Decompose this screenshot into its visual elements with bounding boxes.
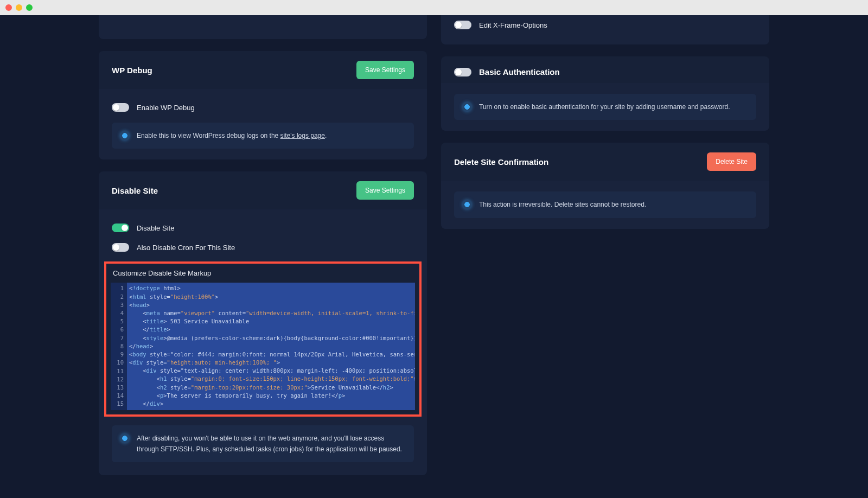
info-wp-debug-prefix: Enable this to view WordPress debug logs… [137,132,280,139]
link-site-logs-page[interactable]: site's logs page [280,132,325,139]
label-enable-wp-debug: Enable WP Debug [137,104,195,112]
save-wp-debug-button[interactable]: Save Settings [356,61,414,79]
toggle-basic-auth[interactable] [454,68,471,76]
code-gutter: 123456789101112131415 [111,283,127,410]
info-disable-site-text: After disabling, you won't be able to us… [137,433,405,455]
info-wp-debug-suffix: . [325,132,327,139]
card-disable-site: Disable Site Save Settings Disable Site … [99,171,427,475]
card-title-disable-site: Disable Site [112,186,158,195]
toggle-x-frame-options[interactable] [454,21,471,29]
minimize-window-icon[interactable] [16,4,22,11]
highlight-customize-markup: Customize Disable Site Markup 1234567891… [104,261,422,416]
close-window-icon[interactable] [5,4,12,11]
toggle-disable-site[interactable] [112,224,129,232]
delete-site-button[interactable]: Delete Site [707,152,756,171]
card-delete-site: Delete Site Confirmation Delete Site Thi… [441,143,769,228]
info-delete-site: This action is irreversible. Delete site… [454,191,756,218]
lightbulb-icon [463,200,471,209]
card-partial-top-right: Edit X-Frame-Options [441,15,769,44]
lightbulb-icon [463,103,471,111]
card-title-basic-auth: Basic Authentication [479,67,560,76]
maximize-window-icon[interactable] [26,4,33,11]
lightbulb-icon [120,131,129,140]
card-basic-auth: Basic Authentication Turn on to enable b… [441,56,769,131]
info-delete-site-text: This action is irreversible. Delete site… [479,199,646,210]
toggle-enable-wp-debug[interactable] [112,103,129,112]
info-basic-auth-text: Turn on to enable basic authentication f… [479,101,730,112]
toggle-disable-cron[interactable] [112,243,129,252]
info-basic-auth: Turn on to enable basic authentication f… [454,94,756,120]
card-partial-top-left [99,15,427,39]
info-wp-debug: Enable this to view WordPress debug logs… [112,123,414,149]
card-title-delete-site: Delete Site Confirmation [454,157,548,167]
save-disable-site-button[interactable]: Save Settings [356,181,414,200]
code-editor-disable-markup[interactable]: 123456789101112131415 <!doctype html><ht… [111,283,415,410]
heading-customize-markup: Customize Disable Site Markup [106,264,419,280]
info-disable-site: After disabling, you won't be able to us… [112,425,414,463]
code-lines[interactable]: <!doctype html><html style="height:100%"… [127,283,415,410]
label-disable-site: Disable Site [137,224,174,232]
label-disable-cron: Also Disable Cron For This Site [137,244,235,252]
label-x-frame-options: Edit X-Frame-Options [479,21,547,29]
window-title-bar [0,0,868,15]
card-title-wp-debug: WP Debug [112,66,152,75]
card-wp-debug: WP Debug Save Settings Enable WP Debug E… [99,51,427,159]
lightbulb-icon [120,434,129,443]
